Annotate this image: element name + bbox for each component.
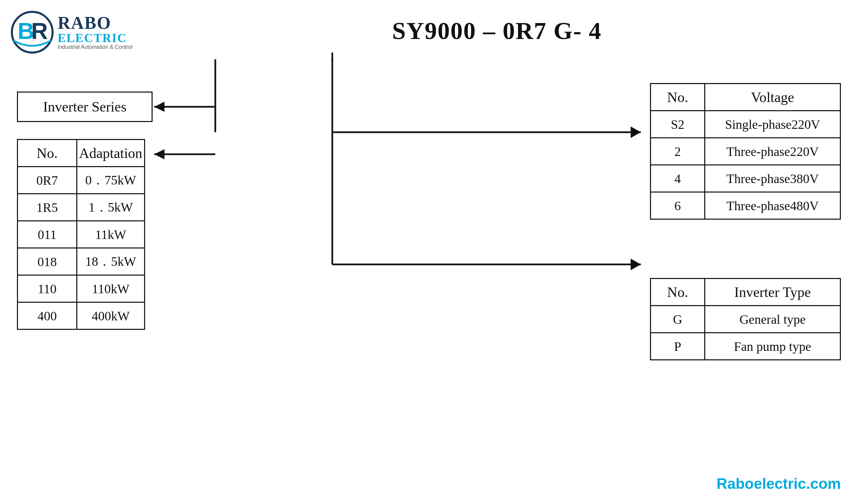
- table-row: 4 Three-phase380V: [651, 165, 841, 192]
- type-no-g: G: [651, 306, 705, 333]
- voltage-no-2: 2: [651, 138, 705, 165]
- logo: B R RABO ELECTRIC Industrial Automation …: [10, 10, 133, 54]
- adaptation-header-no: No.: [17, 140, 77, 167]
- main-title: SY9000 – 0R7 G- 4: [392, 17, 601, 45]
- footer-text: Raboelectric.com: [717, 475, 841, 492]
- table-row: 110 110kW: [17, 275, 145, 302]
- voltage-val-s2: Single-phase220V: [705, 111, 841, 138]
- adapt-cell: 11kW: [77, 221, 145, 248]
- type-val-g: General type: [705, 306, 841, 333]
- type-header-type: Inverter Type: [705, 279, 841, 306]
- type-header-row: No. Inverter Type: [651, 279, 841, 306]
- table-row: 400 400kW: [17, 302, 145, 329]
- no-cell: 400: [17, 302, 77, 329]
- voltage-no-s2: S2: [651, 111, 705, 138]
- voltage-val-6: Three-phase480V: [705, 192, 841, 219]
- logo-tagline: Industrial Automation & Control: [58, 44, 133, 50]
- voltage-header-no: No.: [651, 84, 705, 111]
- no-cell: 1R5: [17, 194, 77, 221]
- voltage-no-6: 6: [651, 192, 705, 219]
- adaptation-header-row: No. Adaptation: [17, 140, 145, 167]
- svg-marker-5: [154, 102, 164, 112]
- type-val-p: Fan pump type: [705, 333, 841, 360]
- type-header-no: No.: [651, 279, 705, 306]
- voltage-table: No. Voltage S2 Single-phase220V 2 Three-…: [650, 83, 841, 220]
- logo-electric: ELECTRIC: [58, 32, 133, 44]
- adapt-cell: 0．75kW: [77, 167, 145, 194]
- adapt-cell: 18．5kW: [77, 248, 145, 275]
- svg-marker-12: [631, 259, 641, 270]
- table-row: G General type: [651, 306, 841, 333]
- adapt-cell: 1．5kW: [77, 194, 145, 221]
- table-row: 2 Three-phase220V: [651, 138, 841, 165]
- adapt-cell: 110kW: [77, 275, 145, 302]
- type-no-p: P: [651, 333, 705, 360]
- table-row: 6 Three-phase480V: [651, 192, 841, 219]
- inverter-series-label: Inverter Series: [43, 99, 126, 115]
- voltage-no-4: 4: [651, 165, 705, 192]
- logo-rabo: RABO: [58, 14, 133, 32]
- type-table: No. Inverter Type G General type P Fan p…: [650, 278, 841, 360]
- inverter-series-box: Inverter Series: [17, 92, 152, 122]
- voltage-header-row: No. Voltage: [651, 84, 841, 111]
- logo-text: RABO ELECTRIC Industrial Automation & Co…: [58, 14, 133, 50]
- adapt-cell: 400kW: [77, 302, 145, 329]
- table-row: S2 Single-phase220V: [651, 111, 841, 138]
- table-row: 011 11kW: [17, 221, 145, 248]
- voltage-header-voltage: Voltage: [705, 84, 841, 111]
- no-cell: 0R7: [17, 167, 77, 194]
- no-cell: 018: [17, 248, 77, 275]
- voltage-val-4: Three-phase380V: [705, 165, 841, 192]
- table-row: 018 18．5kW: [17, 248, 145, 275]
- adaptation-table: No. Adaptation 0R7 0．75kW 1R5 1．5kW 011 …: [17, 139, 145, 330]
- logo-icon: B R: [10, 10, 54, 54]
- svg-marker-7: [154, 149, 164, 159]
- adaptation-header-adapt: Adaptation: [77, 140, 145, 167]
- svg-text:R: R: [31, 18, 48, 44]
- table-row: 1R5 1．5kW: [17, 194, 145, 221]
- svg-marker-10: [631, 126, 641, 138]
- table-row: P Fan pump type: [651, 333, 841, 360]
- no-cell: 011: [17, 221, 77, 248]
- table-row: 0R7 0．75kW: [17, 167, 145, 194]
- no-cell: 110: [17, 275, 77, 302]
- voltage-val-2: Three-phase220V: [705, 138, 841, 165]
